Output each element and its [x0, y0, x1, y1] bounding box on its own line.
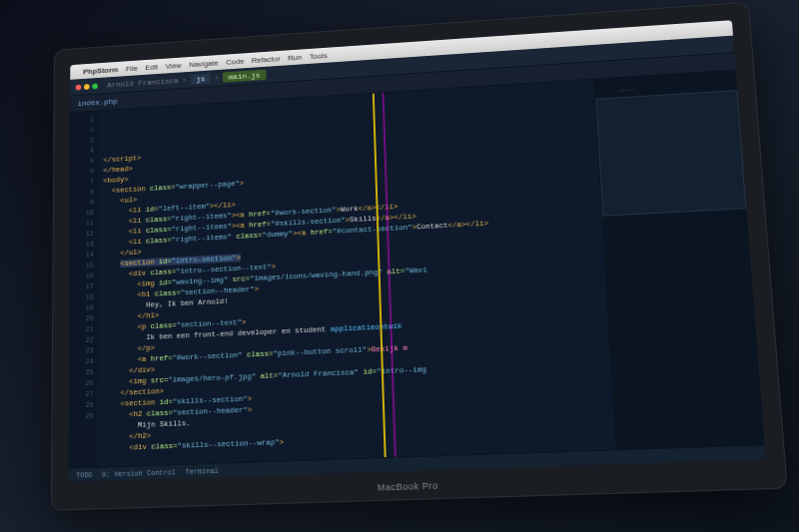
close-icon[interactable] [76, 84, 82, 90]
status-todo[interactable]: TODO [76, 470, 92, 479]
menu-file[interactable]: File [126, 63, 138, 72]
line-gutter[interactable]: 1234567891011121314151617181920212223242… [68, 111, 97, 467]
chevron-right-icon: › [182, 75, 187, 84]
chevron-right-icon: › [215, 73, 220, 82]
breadcrumb-folder[interactable]: js [191, 73, 211, 85]
menu-view[interactable]: View [165, 60, 181, 69]
zoom-icon[interactable] [92, 83, 98, 89]
app-name[interactable]: PhpStorm [83, 65, 118, 76]
breadcrumb-project[interactable]: Arnold Francisca [107, 76, 179, 89]
minimize-icon[interactable] [84, 83, 90, 89]
status-terminal[interactable]: Terminal [186, 466, 219, 475]
ide-window: PhpStorm File Edit View Navigate Code Re… [68, 20, 765, 482]
breadcrumb-file[interactable]: main.js [223, 69, 266, 82]
code-area[interactable]: </script></head><body> <section class="w… [97, 79, 615, 466]
window-controls[interactable] [76, 83, 98, 90]
minimap-viewport[interactable] [595, 90, 746, 217]
laptop: PhpStorm File Edit View Navigate Code Re… [51, 1, 788, 510]
status-vcs[interactable]: 9: Version Control [102, 467, 176, 478]
laptop-brand-label: MacBook Pro [378, 480, 438, 492]
menu-navigate[interactable]: Navigate [189, 58, 219, 68]
menu-tools[interactable]: Tools [310, 50, 328, 60]
laptop-bezel: PhpStorm File Edit View Navigate Code Re… [51, 1, 788, 510]
status-bar: TODO 9: Version Control Terminal [68, 444, 765, 482]
minimap[interactable]: suggested ▸ — ——— ——— —— —— ——— ——— ——— … [593, 70, 765, 449]
tab-active[interactable]: index.php [78, 97, 118, 108]
menu-edit[interactable]: Edit [145, 62, 158, 71]
menu-refactor[interactable]: Refactor [252, 54, 281, 64]
code-line[interactable]: <div class="skills--section--wrap"> [103, 425, 614, 454]
menu-run[interactable]: Run [288, 52, 302, 61]
editor[interactable]: 1234567891011121314151617181920212223242… [68, 70, 764, 467]
menu-code[interactable]: Code [226, 56, 244, 66]
